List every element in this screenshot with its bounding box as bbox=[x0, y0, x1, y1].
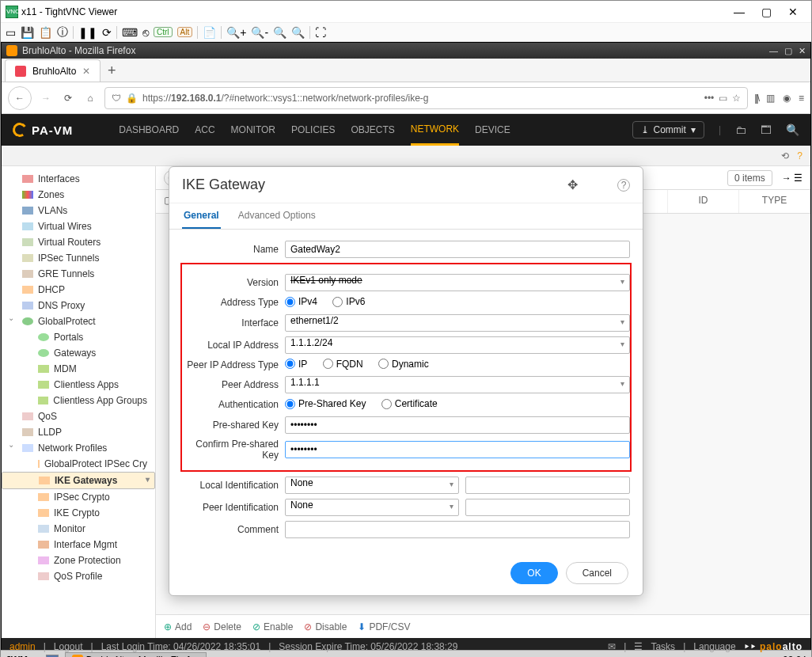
sidebar-item-monitor-profile[interactable]: Monitor bbox=[2, 521, 155, 537]
terminal-icon[interactable]: 🗔 bbox=[761, 123, 772, 136]
show-desktop-button[interactable]: _ bbox=[34, 655, 40, 658]
radio-psk[interactable]: Pre-Shared Key bbox=[285, 398, 366, 409]
options-icon[interactable]: 📋 bbox=[39, 26, 52, 39]
sidebar-item-zone-protection[interactable]: Zone Protection bbox=[2, 553, 155, 568]
sidebar-item-dns-proxy[interactable]: DNS Proxy bbox=[2, 298, 155, 313]
ok-button[interactable]: OK bbox=[510, 562, 557, 584]
radio-ip[interactable]: IP bbox=[285, 359, 307, 370]
tab-close-icon[interactable]: ✕ bbox=[82, 66, 90, 77]
sidebar-item-lldp[interactable]: LLDP bbox=[2, 424, 155, 440]
commit-button[interactable]: ⤓ Commit ▾ bbox=[632, 121, 704, 139]
sidebar-item-ipsec-crypto[interactable]: IPSec Crypto bbox=[2, 489, 155, 505]
refresh-icon[interactable]: ⟳ bbox=[102, 26, 112, 39]
sidebar-icon[interactable]: ▥ bbox=[766, 93, 775, 104]
caret-icon[interactable]: ⌄ bbox=[8, 440, 14, 449]
peer-id-select[interactable]: None bbox=[285, 499, 459, 516]
ff-minimize-button[interactable]: — bbox=[769, 46, 778, 55]
sidebar-item-portals[interactable]: Portals bbox=[2, 329, 155, 345]
pause-icon[interactable]: ❚❚ bbox=[78, 26, 97, 39]
search-icon[interactable]: 🔍 bbox=[786, 123, 799, 136]
footer-language[interactable]: Language bbox=[693, 641, 735, 652]
sidebar-item-interfaces[interactable]: Interfaces bbox=[2, 171, 155, 187]
local-id-select[interactable]: None bbox=[285, 477, 459, 494]
delete-button[interactable]: ⊖Delete bbox=[203, 621, 241, 632]
comment-input[interactable] bbox=[285, 521, 630, 538]
home-button[interactable]: ⌂ bbox=[82, 90, 98, 106]
interface-select[interactable]: ethernet1/2 bbox=[285, 314, 630, 332]
modal-tab-advanced[interactable]: Advanced Options bbox=[237, 203, 317, 229]
fullscreen-icon[interactable]: ⛶ bbox=[315, 26, 326, 39]
taskbar-app[interactable]: BruhloAlto - Mozilla Firefox bbox=[65, 652, 207, 658]
tab-monitor[interactable]: MONITOR bbox=[231, 114, 275, 146]
sidebar-item-virtual-wires[interactable]: Virtual Wires bbox=[2, 218, 155, 234]
url-bar[interactable]: 🛡 🔒 https://192.168.0.1/?#network::vsys1… bbox=[104, 87, 748, 109]
sidebar-item-dhcp[interactable]: DHCP bbox=[2, 282, 155, 298]
tab-objects[interactable]: OBJECTS bbox=[351, 114, 394, 146]
sidebar-item-mdm[interactable]: MDM bbox=[2, 361, 155, 377]
ctrlesc-icon[interactable]: ⎋ bbox=[142, 26, 149, 39]
sidebar-item-zones[interactable]: Zones bbox=[2, 187, 155, 203]
radio-ipv6[interactable]: IPv6 bbox=[332, 296, 365, 307]
local-ip-select[interactable]: 1.1.1.2/24 bbox=[285, 336, 630, 354]
tab-policies[interactable]: POLICIES bbox=[291, 114, 335, 146]
tab-dashboard[interactable]: DASHBOARD bbox=[119, 114, 179, 146]
ctrl-toggle[interactable]: Ctrl bbox=[154, 27, 173, 37]
transfer-icon[interactable]: 📄 bbox=[203, 26, 216, 39]
sidebar-item-clientless-apps[interactable]: Clientless Apps bbox=[2, 377, 155, 393]
sidebar-item-gre-tunnels[interactable]: GRE Tunnels bbox=[2, 266, 155, 282]
reader-icon[interactable]: ▭ bbox=[719, 93, 727, 104]
config-icon[interactable]: 🗀 bbox=[735, 123, 746, 136]
close-button[interactable]: ✕ bbox=[780, 4, 806, 20]
sidebar-item-globalprotect[interactable]: GlobalProtect bbox=[2, 313, 155, 329]
peer-address-select[interactable]: 1.1.1.1 bbox=[285, 376, 630, 393]
sidebar-item-gateways[interactable]: Gateways bbox=[2, 345, 155, 361]
firefox-tab[interactable]: BruhloAlto ✕ bbox=[5, 59, 101, 82]
radio-dynamic[interactable]: Dynamic bbox=[378, 359, 429, 370]
psk-input[interactable] bbox=[285, 416, 630, 434]
tab-network[interactable]: NETWORK bbox=[411, 114, 459, 146]
cad-icon[interactable]: ⌨ bbox=[122, 26, 138, 39]
sidebar-item-qos[interactable]: QoS bbox=[2, 408, 155, 424]
ff-close-button[interactable]: ✕ bbox=[799, 46, 806, 56]
footer-logout[interactable]: Logout bbox=[54, 641, 83, 652]
sync-icon[interactable]: ⟲ bbox=[781, 150, 789, 161]
radio-fqdn[interactable]: FQDN bbox=[323, 359, 363, 370]
url-menu-icon[interactable]: ••• bbox=[704, 93, 715, 104]
disable-button[interactable]: ⊘Disable bbox=[304, 621, 347, 632]
sidebar-item-network-profiles[interactable]: Network Profiles bbox=[2, 440, 155, 456]
account-icon[interactable]: ◉ bbox=[783, 93, 791, 104]
workspace-switcher[interactable] bbox=[46, 655, 59, 658]
move-icon[interactable]: ✥ bbox=[567, 177, 578, 192]
tab-acc[interactable]: ACC bbox=[195, 114, 214, 146]
sidebar-item-virtual-routers[interactable]: Virtual Routers bbox=[2, 234, 155, 250]
new-connection-icon[interactable]: ▭ bbox=[6, 26, 16, 39]
sidebar-item-clientless-app-groups[interactable]: Clientless App Groups bbox=[2, 393, 155, 408]
zoom-100-icon[interactable]: 🔍 bbox=[273, 26, 286, 39]
enable-button[interactable]: ⊘Enable bbox=[252, 621, 293, 632]
add-button[interactable]: ⊕Add bbox=[164, 621, 192, 632]
tab-device[interactable]: DEVICE bbox=[475, 114, 510, 146]
caret-icon[interactable]: ⌄ bbox=[8, 313, 14, 322]
modal-tab-general[interactable]: General bbox=[182, 203, 221, 229]
th-id[interactable]: ID bbox=[668, 190, 739, 213]
reload-button[interactable]: ⟳ bbox=[60, 90, 76, 106]
confirm-psk-input[interactable] bbox=[285, 441, 630, 458]
sidebar-item-vlans[interactable]: VLANs bbox=[2, 203, 155, 218]
local-id-value-input[interactable] bbox=[465, 477, 630, 494]
zoom-in-icon[interactable]: 🔍+ bbox=[226, 26, 246, 39]
jwm-menu[interactable]: JWM bbox=[6, 655, 28, 658]
maximize-button[interactable]: ▢ bbox=[753, 4, 780, 20]
ff-maximize-button[interactable]: ▢ bbox=[784, 46, 792, 56]
radio-ipv4[interactable]: IPv4 bbox=[285, 296, 317, 307]
info-icon[interactable]: ⓘ bbox=[57, 25, 68, 40]
new-tab-button[interactable]: + bbox=[101, 59, 123, 82]
menu-icon[interactable]: ≡ bbox=[799, 93, 804, 104]
sidebar-item-ipsec-tunnels[interactable]: IPSec Tunnels bbox=[2, 250, 155, 266]
name-input[interactable] bbox=[285, 241, 630, 258]
save-icon[interactable]: 💾 bbox=[21, 26, 34, 39]
footer-tasks[interactable]: Tasks bbox=[651, 641, 675, 652]
sidebar-item-ike-gateways[interactable]: IKE Gateways bbox=[2, 472, 155, 489]
help-icon[interactable]: ? bbox=[797, 150, 803, 161]
sidebar-item-gp-ipsec-crypto[interactable]: GlobalProtect IPSec Cry bbox=[2, 456, 155, 472]
filter-menu-icon[interactable]: → ☰ bbox=[782, 173, 803, 184]
